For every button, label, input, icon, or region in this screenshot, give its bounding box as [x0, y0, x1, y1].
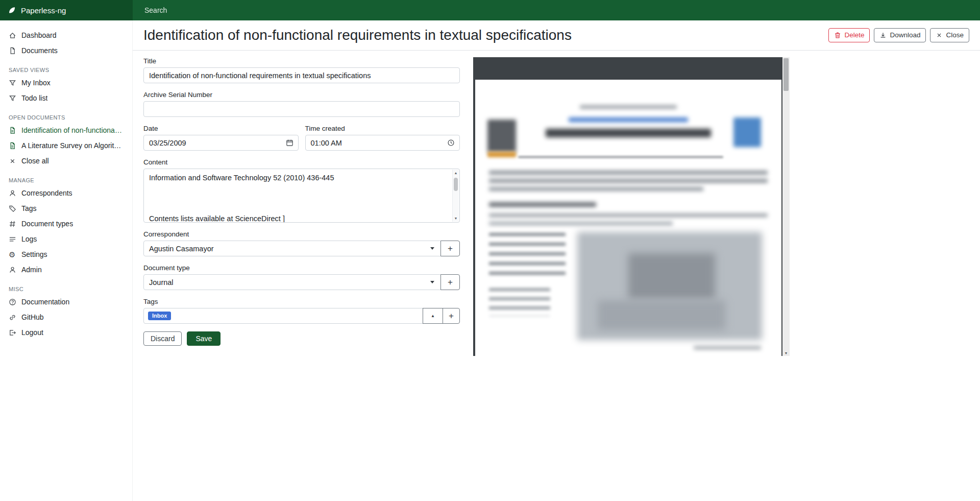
content-text: Information and Software Technology 52 (…	[144, 169, 452, 222]
document-detail-content: Title Archive Serial Number Date 03/25/2…	[133, 51, 980, 356]
date-input[interactable]: 03/25/2009	[143, 135, 299, 151]
pdf-blur-region	[598, 300, 725, 330]
title-input[interactable]	[143, 67, 460, 83]
page-title: Identification of non-functional require…	[143, 27, 572, 43]
tag-icon	[9, 205, 16, 212]
misc-heading: MISC	[9, 286, 124, 292]
person-badge-icon	[9, 266, 16, 274]
saved-views-heading: SAVED VIEWS	[9, 67, 124, 73]
pdf-blur-region	[489, 233, 566, 281]
sidebar-item-dashboard[interactable]: Dashboard	[0, 28, 132, 43]
trash-icon	[834, 32, 841, 39]
sidebar-item-documents[interactable]: Documents	[0, 43, 132, 58]
tags-input[interactable]: Inbox	[143, 308, 423, 324]
close-icon	[9, 157, 16, 165]
search-input[interactable]	[143, 6, 399, 15]
sidebar-item-todo-list[interactable]: Todo list	[0, 90, 132, 106]
save-button[interactable]: Save	[187, 331, 220, 346]
gear-icon: ⚙	[9, 251, 16, 258]
sidebar: Dashboard Documents SAVED VIEWS My Inbox…	[0, 20, 133, 501]
sidebar-open-doc-2[interactable]: A Literature Survey on Algorithms for Mu…	[0, 138, 132, 153]
pdf-blur-region	[733, 117, 761, 147]
delete-button[interactable]: Delete	[828, 28, 870, 42]
tags-dropdown-button[interactable]: ▲	[423, 308, 443, 324]
discard-button[interactable]: Discard	[143, 331, 182, 346]
pdf-page	[475, 80, 781, 356]
add-document-type-button[interactable]: +	[440, 274, 460, 290]
app-brand-label: Paperless-ng	[21, 6, 66, 15]
sidebar-item-document-types[interactable]: Document types	[0, 216, 132, 231]
logout-icon	[9, 329, 16, 337]
search-bar	[133, 0, 980, 20]
asn-label: Archive Serial Number	[143, 91, 460, 99]
time-created-input[interactable]: 01:00 AM	[305, 135, 460, 151]
document-type-label: Document type	[143, 264, 460, 272]
list-icon	[9, 235, 16, 243]
scroll-down-icon[interactable]: ▼	[453, 217, 459, 220]
question-circle-icon	[9, 298, 16, 306]
add-correspondent-button[interactable]: +	[440, 241, 460, 256]
chevron-down-icon	[430, 281, 434, 283]
pdf-blur-region	[580, 105, 677, 109]
pdf-blur-region	[569, 117, 688, 122]
chevron-up-icon: ▲	[431, 314, 435, 318]
app-brand[interactable]: Paperless-ng	[0, 0, 133, 20]
header-actions: Delete Download Close	[828, 28, 969, 42]
tags-label: Tags	[143, 298, 460, 305]
archive-serial-number-input[interactable]	[143, 101, 460, 117]
preview-scroll-down-icon[interactable]: ▼	[782, 351, 790, 355]
time-created-label: Time created	[305, 125, 460, 132]
pdf-blur-region	[489, 171, 768, 175]
download-button[interactable]: Download	[874, 28, 926, 42]
sidebar-item-documentation[interactable]: Documentation	[0, 294, 132, 309]
sidebar-item-github[interactable]: GitHub	[0, 309, 132, 325]
content-scrollbar-thumb[interactable]	[454, 178, 458, 191]
pdf-blur-region	[628, 253, 715, 299]
sidebar-item-tags[interactable]: Tags	[0, 201, 132, 216]
title-label: Title	[143, 57, 460, 65]
sidebar-item-my-inbox[interactable]: My Inbox	[0, 75, 132, 90]
funnel-icon	[9, 79, 16, 87]
document-edit-form: Title Archive Serial Number Date 03/25/2…	[143, 57, 460, 356]
sidebar-item-settings[interactable]: ⚙ Settings	[0, 247, 132, 262]
manage-heading: MANAGE	[9, 177, 124, 183]
close-icon	[936, 32, 943, 39]
pdf-blur-region	[489, 222, 673, 225]
sidebar-close-all[interactable]: Close all	[0, 153, 132, 169]
link-icon	[9, 314, 16, 321]
tag-inbox[interactable]: Inbox	[148, 312, 171, 320]
document-type-select[interactable]: Journal	[143, 274, 441, 290]
pdf-preview-pane: ▼	[473, 57, 790, 356]
file-text-icon	[9, 142, 16, 150]
correspondent-label: Correspondent	[143, 230, 460, 238]
content-scrollbar[interactable]: ▲ ▼	[452, 170, 459, 222]
content-label: Content	[143, 158, 460, 166]
pdf-blur-region	[489, 179, 768, 183]
download-icon	[879, 32, 887, 39]
calendar-icon[interactable]	[286, 139, 293, 147]
preview-scrollbar[interactable]: ▼	[782, 57, 790, 356]
pdf-blur-region	[489, 288, 550, 316]
pdf-blur-region	[518, 156, 723, 158]
correspondent-select[interactable]: Agustin Casamayor	[143, 241, 441, 256]
close-button[interactable]: Close	[930, 28, 969, 42]
sidebar-open-doc-1[interactable]: Identification of non-functional require…	[0, 123, 132, 138]
pdf-blur-region	[489, 187, 703, 191]
funnel-icon	[9, 94, 16, 102]
scroll-up-icon[interactable]: ▲	[453, 171, 459, 175]
pdf-blur-region	[487, 152, 516, 157]
chevron-down-icon	[430, 247, 434, 250]
add-tag-button[interactable]: +	[443, 308, 460, 324]
open-documents-heading: OPEN DOCUMENTS	[9, 114, 124, 121]
sidebar-item-logs[interactable]: Logs	[0, 231, 132, 247]
sidebar-item-correspondents[interactable]: Correspondents	[0, 185, 132, 201]
content-textarea[interactable]: Information and Software Technology 52 (…	[143, 169, 460, 223]
sidebar-item-admin[interactable]: Admin	[0, 262, 132, 277]
document-header: Identification of non-functional require…	[133, 20, 980, 51]
pdf-blur-region	[489, 202, 596, 207]
clock-icon[interactable]	[447, 139, 455, 147]
preview-scrollbar-thumb[interactable]	[783, 58, 789, 91]
paperless-leaf-logo-icon	[8, 6, 16, 15]
sidebar-item-logout[interactable]: Logout	[0, 325, 132, 340]
date-label: Date	[143, 125, 299, 132]
